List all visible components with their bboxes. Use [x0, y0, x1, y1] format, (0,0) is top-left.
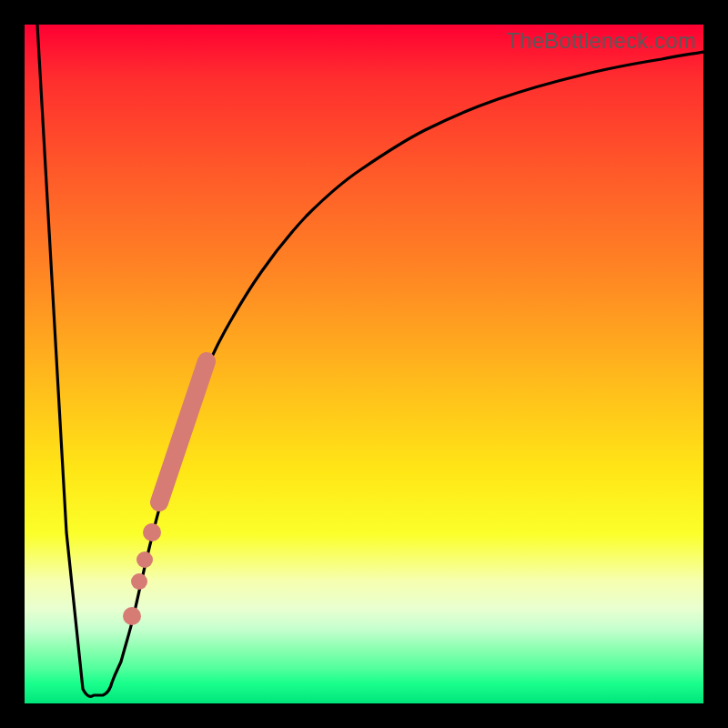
- bottleneck-curve: [37, 25, 703, 696]
- marker-dot: [123, 607, 141, 625]
- chart-frame: TheBottleneck.com: [0, 0, 728, 728]
- marker-dot: [136, 551, 153, 568]
- marker-dot: [143, 523, 161, 541]
- marker-dot: [131, 573, 147, 590]
- watermark-text: TheBottleneck.com: [506, 28, 696, 54]
- plot-area: TheBottleneck.com: [25, 25, 703, 703]
- curve-layer: [25, 25, 703, 703]
- marker-bar: [159, 361, 207, 502]
